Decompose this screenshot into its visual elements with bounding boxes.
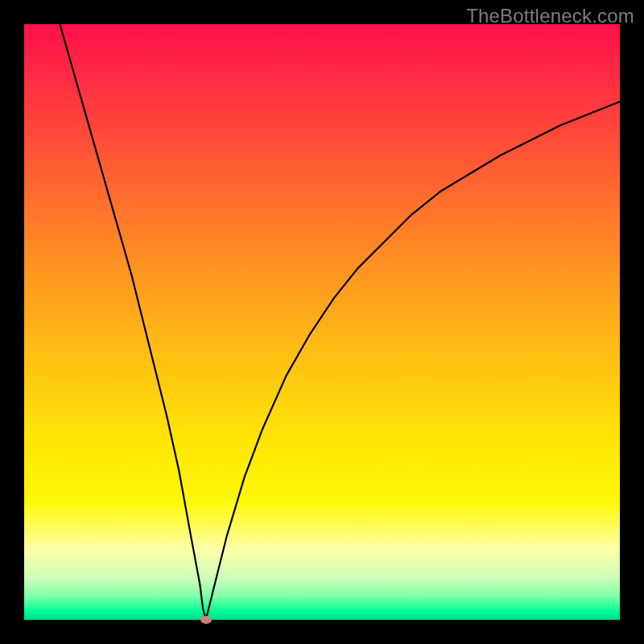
plot-area — [24, 24, 620, 620]
minimum-marker — [200, 616, 212, 624]
bottleneck-curve — [24, 24, 620, 620]
chart-container: TheBottleneck.com — [0, 0, 644, 644]
